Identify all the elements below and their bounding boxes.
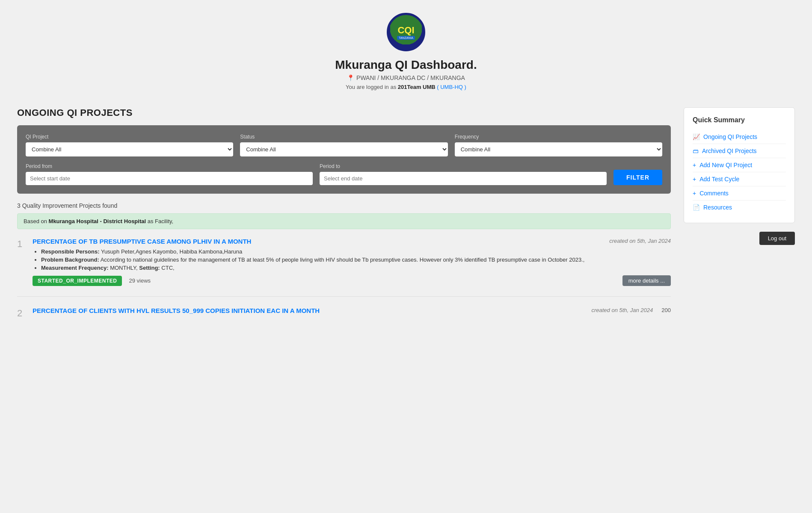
period-from-label: Period from [26, 163, 313, 169]
sidebar-item-resources[interactable]: 📄 Resources [693, 200, 786, 214]
plus-icon-comments: + [693, 190, 696, 197]
section-title: ONGOING QI PROJECTS [17, 107, 671, 118]
project-meta-list: Responsible Persons: Yusuph Peter,Agnes … [33, 248, 671, 271]
problem-label: Problem Background: [41, 256, 99, 263]
plus-icon-new: + [693, 162, 696, 168]
breadcrumb-text: PWANI / MKURANGA DC / MKURANGA [356, 74, 465, 81]
views-count-2: 200 [661, 307, 671, 313]
project-footer: STARTED_OR_IMPLEMENTED 29 views more det… [33, 275, 671, 286]
sidebar-label-add-new: Add New QI Project [699, 162, 752, 168]
dashboard-title: Mkuranga QI Dashboard. [9, 58, 803, 72]
project-title-2[interactable]: PERCENTAGE OF CLIENTS WITH HVL RESULTS 5… [33, 307, 320, 314]
page-header: CQI TANZANIA Mkuranga QI Dashboard. 📍 PW… [0, 0, 812, 99]
project-item-2: 2 PERCENTAGE OF CLIENTS WITH HVL RESULTS… [17, 307, 671, 319]
project-responsible: Responsible Persons: Yusuph Peter,Agnes … [41, 248, 671, 255]
project-number-2: 2 [17, 307, 26, 319]
logo: CQI TANZANIA [387, 13, 425, 51]
period-to-group: Period to [320, 163, 607, 185]
facility-suffix: as Facility, [146, 218, 173, 224]
sidebar: Quick Summary 📈 Ongoing QI Projects 🗃 Ar… [684, 107, 795, 322]
problem-value: According to national guidelines for the… [101, 256, 585, 263]
sidebar-item-archived[interactable]: 🗃 Archived QI Projects [693, 144, 786, 158]
quick-summary-box: Quick Summary 📈 Ongoing QI Projects 🗃 Ar… [684, 107, 795, 223]
facility-name: Mkuranga Hospital - District Hospital [49, 218, 146, 224]
sidebar-item-comments[interactable]: + Comments [693, 186, 786, 200]
status-badge: STARTED_OR_IMPLEMENTED [33, 276, 122, 286]
sidebar-label-resources: Resources [703, 204, 732, 211]
frequency-filter-group: Frequency Combine All [455, 134, 662, 156]
project-item: 1 PERCENTAGE OF TB PRESUMPTIVE CASE AMON… [17, 238, 671, 297]
setting-value: CTC, [161, 265, 174, 271]
pulse-icon: 📈 [693, 133, 700, 140]
login-hq: ( UMB-HQ ) [436, 84, 466, 90]
archive-icon: 🗃 [693, 147, 699, 154]
setting-label: Setting: [139, 265, 160, 271]
sidebar-label-ongoing: Ongoing QI Projects [703, 133, 757, 140]
sidebar-label-comments: Comments [699, 190, 729, 197]
responsible-value: Yusuph Peter,Agnes Kayombo, Habiba Kambo… [101, 248, 242, 255]
status-filter-group: Status Combine All [240, 134, 447, 156]
project-content-2: PERCENTAGE OF CLIENTS WITH HVL RESULTS 5… [33, 307, 671, 319]
status-label: Status [240, 134, 447, 140]
project-content: PERCENTAGE OF TB PRESUMPTIVE CASE AMONG … [33, 238, 671, 286]
qi-project-label: QI Project [26, 134, 233, 140]
period-from-group: Period from [26, 163, 313, 185]
sidebar-label-archived: Archived QI Projects [702, 147, 757, 154]
measurement-label: Measurement Frequency: [41, 265, 109, 271]
breadcrumb: 📍 PWANI / MKURANGA DC / MKURANGA [9, 74, 803, 81]
filter-box: QI Project Combine All Status Combine Al… [17, 125, 671, 194]
login-info: You are logged in as 201Team UMB ( UMB-H… [9, 84, 803, 90]
responsible-label: Responsible Persons: [41, 248, 100, 255]
status-select[interactable]: Combine All [240, 142, 447, 156]
plus-icon-cycle: + [693, 176, 696, 183]
frequency-select[interactable]: Combine All [455, 142, 662, 156]
frequency-label: Frequency [455, 134, 662, 140]
project-measurement: Measurement Frequency: MONTHLY, Setting:… [41, 265, 671, 271]
logo-tanzania-text: TANZANIA [397, 36, 415, 40]
project-number: 1 [17, 238, 26, 286]
sidebar-item-add-new[interactable]: + Add New QI Project [693, 158, 786, 172]
logout-container: Log out [684, 232, 795, 245]
location-icon: 📍 [347, 74, 354, 81]
more-details-button[interactable]: more details ... [622, 275, 671, 286]
sidebar-item-ongoing[interactable]: 📈 Ongoing QI Projects [693, 130, 786, 144]
project-created-on-2: created on 5th, Jan 2024 [591, 307, 653, 313]
project-problem: Problem Background: According to nationa… [41, 256, 671, 263]
quick-summary-title: Quick Summary [693, 116, 786, 124]
facility-info: Based on Mkuranga Hospital - District Ho… [17, 213, 671, 229]
period-from-input[interactable] [26, 172, 313, 185]
sidebar-label-add-cycle: Add Test Cycle [699, 176, 739, 183]
filter-button-group: FILTER [613, 170, 662, 185]
qi-project-filter-group: QI Project Combine All [26, 134, 233, 156]
document-icon: 📄 [693, 204, 700, 211]
sidebar-item-add-cycle[interactable]: + Add Test Cycle [693, 172, 786, 186]
login-prefix: You are logged in as [346, 84, 398, 90]
period-to-label: Period to [320, 163, 607, 169]
project-title[interactable]: PERCENTAGE OF TB PRESUMPTIVE CASE AMONG … [33, 238, 251, 245]
measurement-value: MONTHLY, [110, 265, 138, 271]
content-area: ONGOING QI PROJECTS QI Project Combine A… [17, 107, 671, 322]
login-user: 201Team UMB [398, 84, 436, 90]
period-to-input[interactable] [320, 172, 607, 185]
logo-cqi-text: CQI [397, 26, 414, 35]
filter-button[interactable]: FILTER [613, 170, 662, 185]
logout-button[interactable]: Log out [759, 232, 795, 245]
qi-project-select[interactable]: Combine All [26, 142, 233, 156]
results-count: 3 Quality Improvement Projects found [17, 202, 671, 209]
views-count: 29 views [129, 277, 151, 284]
project-created-on: created on 5th, Jan 2024 [609, 238, 671, 244]
facility-prefix: Based on [24, 218, 49, 224]
